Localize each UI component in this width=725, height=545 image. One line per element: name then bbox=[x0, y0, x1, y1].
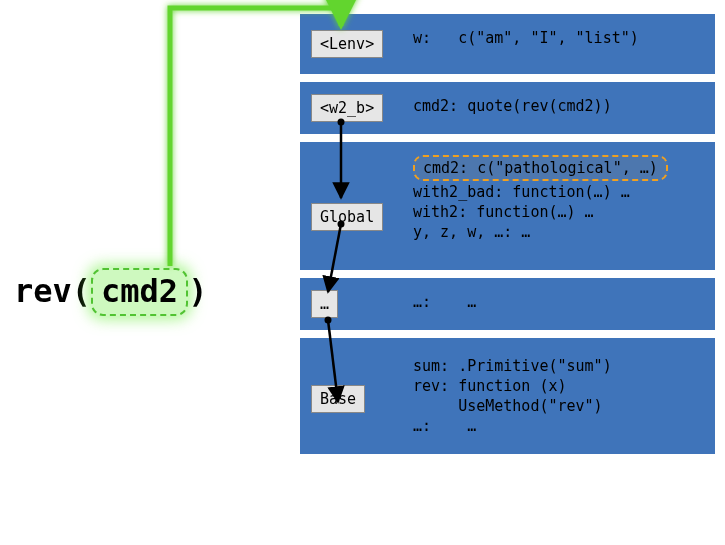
environment-stack: <Lenv> w: c("am", "I", "list") <w2_b> cm… bbox=[300, 14, 715, 462]
env-dots: … …: … bbox=[300, 278, 715, 330]
arg-highlight: cmd2 bbox=[91, 268, 188, 316]
left-expression: rev(cmd2) bbox=[14, 268, 207, 316]
global-l3: with2: function(…) … bbox=[413, 203, 700, 221]
env-label-w2b: <w2_b> bbox=[311, 94, 383, 122]
global-l2: with2_bad: function(…) … bbox=[413, 183, 700, 201]
w2b-content: cmd2: quote(rev(cmd2)) bbox=[413, 97, 700, 115]
global-hl-wrap: cmd2: c("pathological", …) bbox=[413, 155, 700, 181]
arg-name: cmd2 bbox=[101, 272, 178, 310]
env-base: Base sum: .Primitive("sum") rev: functio… bbox=[300, 338, 715, 454]
base-l4: …: … bbox=[413, 417, 700, 435]
base-l2: rev: function (x) bbox=[413, 377, 700, 395]
env-label-base: Base bbox=[311, 385, 365, 413]
env-label-dots: … bbox=[311, 290, 338, 318]
global-cmd2-highlight: cmd2: c("pathological", …) bbox=[413, 155, 668, 181]
env-global: Global cmd2: c("pathological", …) with2_… bbox=[300, 142, 715, 270]
dots-content: …: … bbox=[413, 293, 700, 311]
env-label-global: Global bbox=[311, 203, 383, 231]
base-l3: UseMethod("rev") bbox=[413, 397, 700, 415]
env-label-lenv: <Lenv> bbox=[311, 30, 383, 58]
global-l4: y, z, w, …: … bbox=[413, 223, 700, 241]
env-w2b: <w2_b> cmd2: quote(rev(cmd2)) bbox=[300, 82, 715, 134]
func-name: rev bbox=[14, 272, 72, 310]
base-l1: sum: .Primitive("sum") bbox=[413, 357, 700, 375]
paren-close: ) bbox=[188, 272, 207, 310]
env-lenv: <Lenv> w: c("am", "I", "list") bbox=[300, 14, 715, 74]
paren-open: ( bbox=[72, 272, 91, 310]
lenv-content: w: c("am", "I", "list") bbox=[413, 29, 700, 47]
